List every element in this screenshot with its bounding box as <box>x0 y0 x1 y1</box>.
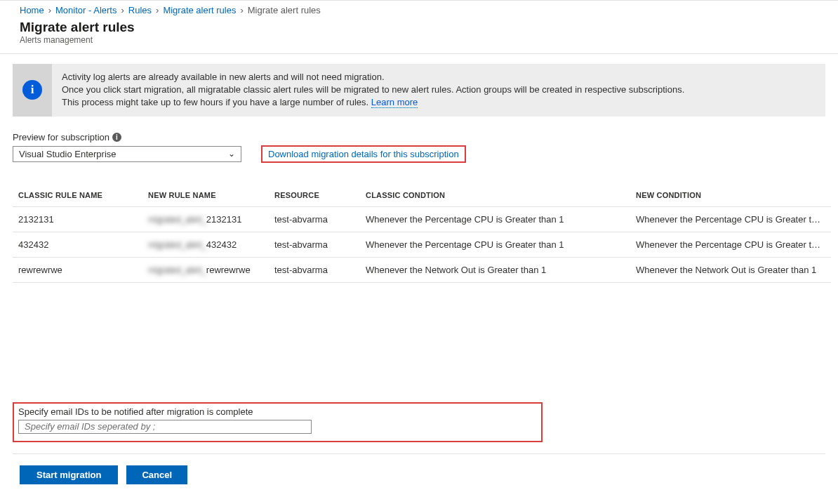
col-classic-rule[interactable]: CLASSIC RULE NAME <box>13 187 142 207</box>
cancel-button[interactable]: Cancel <box>126 465 187 484</box>
cell-new-rule: migrated_alert_432432 <box>142 232 269 257</box>
cell-new-rule: migrated_alert_2132131 <box>142 206 269 232</box>
email-notification-section: Specify email IDs to be notified after m… <box>13 402 543 442</box>
col-new-cond[interactable]: NEW CONDITION <box>630 187 831 207</box>
breadcrumb-item-home[interactable]: Home <box>20 5 44 15</box>
breadcrumb-item-current: Migrate alert rules <box>248 5 321 15</box>
page-title: Migrate alert rules <box>20 20 818 35</box>
subscription-label: Preview for subscription <box>13 132 109 142</box>
table-row[interactable]: 2132131 migrated_alert_2132131 test-abva… <box>13 206 831 232</box>
rules-table: CLASSIC RULE NAME NEW RULE NAME RESOURCE… <box>13 187 831 283</box>
cell-resource: test-abvarma <box>269 206 360 232</box>
cell-classic-rule: 2132131 <box>13 206 142 232</box>
subscription-value: Visual Studio Enterprise <box>19 149 117 159</box>
rules-table-wrap: CLASSIC RULE NAME NEW RULE NAME RESOURCE… <box>13 187 831 283</box>
cell-classic-cond: Whenever the Percentage CPU is Greater t… <box>360 206 630 232</box>
cell-resource: test-abvarma <box>269 257 360 282</box>
subscription-select[interactable]: Visual Studio Enterprise ⌄ <box>13 146 241 162</box>
info-line-1: Activity log alerts are already availabl… <box>62 72 385 82</box>
chevron-right-icon: › <box>48 5 51 15</box>
cell-classic-rule: rewrewrwe <box>13 257 142 282</box>
info-line-3: This process might take up to few hours … <box>62 97 371 107</box>
learn-more-link[interactable]: Learn more <box>371 97 418 108</box>
info-banner: i Activity log alerts are already availa… <box>13 64 825 117</box>
table-row[interactable]: rewrewrwe migrated_alert_rewrewrwe test-… <box>13 257 831 282</box>
breadcrumb: Home › Monitor - Alerts › Rules › Migrat… <box>0 0 838 18</box>
cell-new-cond: Whenever the Network Out is Greater than… <box>630 257 831 282</box>
collapse-left-icon[interactable]: ◀ <box>3 502 8 504</box>
cell-resource: test-abvarma <box>269 232 360 257</box>
start-migration-button[interactable]: Start migration <box>20 465 118 484</box>
divider <box>0 53 838 54</box>
cell-classic-rule: 432432 <box>13 232 142 257</box>
chevron-down-icon: ⌄ <box>228 149 235 159</box>
info-text: Activity log alerts are already availabl… <box>52 64 825 117</box>
breadcrumb-item-migrate-1[interactable]: Migrate alert rules <box>163 5 236 15</box>
breadcrumb-item-rules[interactable]: Rules <box>128 5 152 15</box>
col-resource[interactable]: RESOURCE <box>269 187 360 207</box>
breadcrumb-item-monitor-alerts[interactable]: Monitor - Alerts <box>55 5 117 15</box>
info-line-2: Once you click start migration, all migr… <box>62 84 684 95</box>
info-icon-cell: i <box>13 64 52 117</box>
help-icon[interactable]: i <box>112 133 121 142</box>
cell-new-cond: Whenever the Percentage CPU is Greater t… <box>630 206 831 232</box>
table-row[interactable]: 432432 migrated_alert_432432 test-abvarm… <box>13 232 831 257</box>
cell-classic-cond: Whenever the Network Out is Greater than… <box>360 257 630 282</box>
download-migration-details-link[interactable]: Download migration details for this subs… <box>261 145 466 163</box>
chevron-right-icon: › <box>121 5 124 15</box>
chevron-right-icon: › <box>156 5 159 15</box>
cell-classic-cond: Whenever the Percentage CPU is Greater t… <box>360 232 630 257</box>
cell-new-cond: Whenever the Percentage CPU is Greater t… <box>630 232 831 257</box>
cell-new-rule: migrated_alert_rewrewrwe <box>142 257 269 282</box>
email-label: Specify email IDs to be notified after m… <box>18 406 536 417</box>
footer-actions: Start migration Cancel <box>13 453 825 484</box>
col-new-rule[interactable]: NEW RULE NAME <box>142 187 269 207</box>
table-header-row: CLASSIC RULE NAME NEW RULE NAME RESOURCE… <box>13 187 831 207</box>
page-subtitle: Alerts management <box>20 35 818 45</box>
chevron-right-icon: › <box>240 5 243 15</box>
info-icon: i <box>22 80 42 100</box>
col-classic-cond[interactable]: CLASSIC CONDTION <box>360 187 630 207</box>
email-input[interactable] <box>18 420 312 434</box>
